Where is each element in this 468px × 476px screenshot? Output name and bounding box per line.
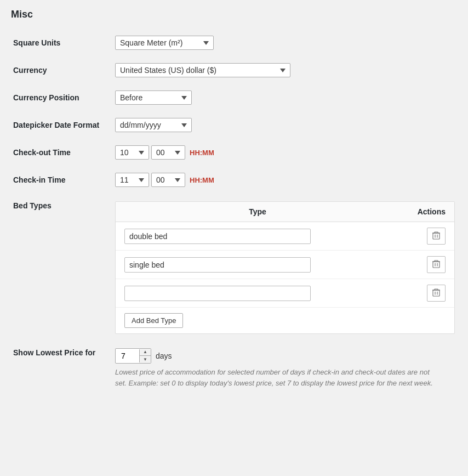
checkin-time-inputs: 10 11 12 00 15 30 45 HH:MM — [115, 173, 455, 187]
checkout-time-row: Check-out Time 10 11 12 00 15 30 45 — [11, 139, 457, 166]
bed-row-3 — [116, 279, 454, 308]
show-lowest-price-label: Show Lowest Price for — [11, 341, 113, 395]
page-container: Misc Square Units Square Meter (m²) Squa… — [0, 0, 468, 404]
delete-bed-2-button[interactable] — [427, 256, 446, 273]
delete-bed-3-button[interactable] — [427, 285, 446, 302]
currency-select[interactable]: United States (US) dollar ($) Euro (€) B… — [115, 63, 290, 77]
trash-icon-3 — [432, 288, 440, 297]
delete-bed-1-button[interactable] — [427, 228, 446, 245]
currency-position-label: Currency Position — [11, 84, 113, 111]
days-label: days — [156, 352, 172, 360]
bed-types-label: Bed Types — [11, 194, 113, 341]
svg-rect-0 — [433, 233, 440, 239]
checkout-hhmm-label: HH:MM — [190, 149, 214, 157]
square-units-label: Square Units — [11, 29, 113, 56]
bed-row-1 — [116, 222, 454, 251]
checkout-time-label: Check-out Time — [11, 139, 113, 166]
bed-type-input-3[interactable] — [124, 286, 311, 301]
checkout-hour-select[interactable]: 10 11 12 — [115, 145, 149, 160]
datepicker-label: Datepicker Date Format — [11, 111, 113, 139]
checkin-time-field: 10 11 12 00 15 30 45 HH:MM — [113, 166, 457, 194]
lowest-price-input[interactable] — [116, 349, 140, 362]
square-units-field: Square Meter (m²) Square Feet (ft²) — [113, 29, 457, 56]
square-units-select[interactable]: Square Meter (m²) Square Feet (ft²) — [115, 36, 214, 50]
datepicker-select[interactable]: dd/mm/yyyy mm/dd/yyyy yyyy/mm/dd — [115, 118, 192, 132]
bed-type-input-2[interactable] — [124, 257, 311, 273]
spinner-down-button[interactable]: ▼ — [140, 356, 151, 363]
bed-types-row: Bed Types Type Actions — [11, 194, 457, 341]
add-bed-type-row: Add Bed Type — [116, 308, 454, 333]
lowest-price-spinner: ▲ ▼ — [115, 348, 151, 364]
checkout-minute-select[interactable]: 00 15 30 45 — [151, 145, 185, 160]
datepicker-field: dd/mm/yyyy mm/dd/yyyy yyyy/mm/dd — [113, 111, 457, 139]
checkin-minute-select[interactable]: 00 15 30 45 — [151, 173, 185, 187]
add-bed-type-button[interactable]: Add Bed Type — [124, 313, 183, 328]
checkin-time-label: Check-in Time — [11, 166, 113, 194]
svg-rect-1 — [433, 262, 440, 268]
currency-label: Currency — [11, 56, 113, 84]
trash-icon-2 — [432, 259, 440, 268]
spinner-up-button[interactable]: ▲ — [140, 349, 151, 356]
checkout-time-inputs: 10 11 12 00 15 30 45 HH:MM — [115, 145, 455, 160]
currency-position-select[interactable]: Before After — [115, 90, 192, 105]
svg-rect-2 — [433, 290, 440, 296]
bed-row-2 — [116, 251, 454, 279]
square-units-row: Square Units Square Meter (m²) Square Fe… — [11, 29, 457, 56]
show-lowest-price-field: ▲ ▼ days Lowest price of accommodation f… — [113, 341, 457, 395]
checkin-hhmm-label: HH:MM — [190, 176, 214, 184]
lowest-price-help-text: Lowest price of accommodation for select… — [115, 367, 433, 388]
bed-types-field: Type Actions — [113, 194, 457, 341]
spinner-buttons: ▲ ▼ — [140, 349, 151, 363]
currency-position-row: Currency Position Before After — [11, 84, 457, 111]
datepicker-row: Datepicker Date Format dd/mm/yyyy mm/dd/… — [11, 111, 457, 139]
currency-row: Currency United States (US) dollar ($) E… — [11, 56, 457, 84]
bed-types-container: Type Actions — [115, 201, 455, 334]
checkout-time-field: 10 11 12 00 15 30 45 HH:MM — [113, 139, 457, 166]
trash-icon-1 — [432, 231, 440, 240]
bed-type-input-1[interactable] — [124, 229, 311, 244]
bed-types-header: Type Actions — [116, 202, 454, 222]
form-table: Square Units Square Meter (m²) Square Fe… — [11, 29, 457, 395]
bed-types-col-actions: Actions — [391, 207, 446, 216]
show-lowest-price-row: Show Lowest Price for ▲ ▼ days Lowest pr… — [11, 341, 457, 395]
checkin-hour-select[interactable]: 10 11 12 — [115, 173, 149, 187]
bed-types-col-type: Type — [124, 207, 391, 216]
currency-field: United States (US) dollar ($) Euro (€) B… — [113, 56, 457, 84]
page-title: Misc — [11, 9, 457, 20]
lowest-price-field-wrapper: ▲ ▼ days — [115, 348, 455, 364]
checkin-time-row: Check-in Time 10 11 12 00 15 30 45 — [11, 166, 457, 194]
currency-position-field: Before After — [113, 84, 457, 111]
